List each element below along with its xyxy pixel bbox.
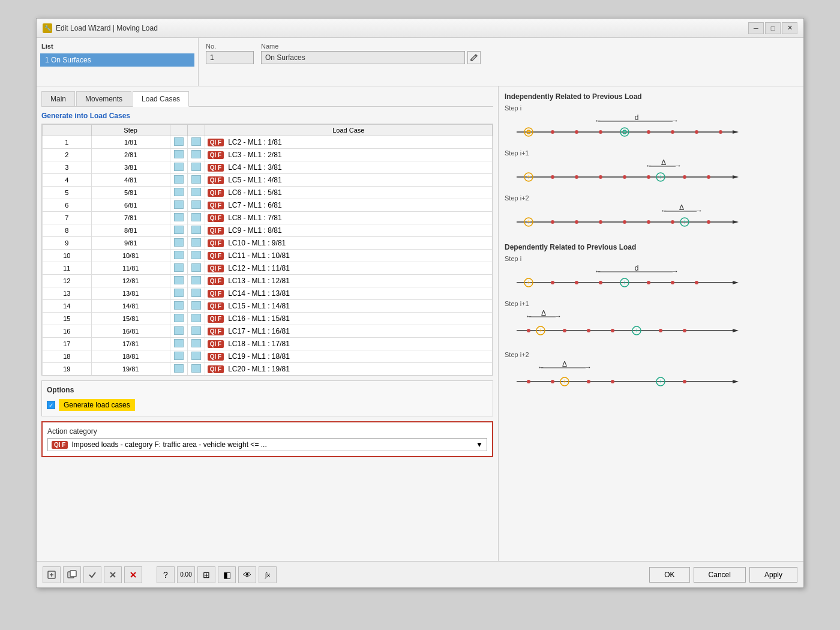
table-row: 2 2/81 QI F LC3 - ML1 : 2/81 bbox=[43, 149, 493, 161]
table-row: 14 14/81 QI F LC15 - ML1 : 14/81 bbox=[43, 300, 493, 313]
row-color2 bbox=[187, 350, 205, 363]
check-button[interactable] bbox=[83, 566, 101, 583]
qi-badge: QI F bbox=[208, 139, 224, 146]
row-num: 17 bbox=[43, 338, 92, 350]
col-color-header bbox=[170, 125, 187, 136]
row-color2 bbox=[187, 174, 205, 187]
row-lc-text: LC19 - ML1 : 18/81 bbox=[228, 352, 290, 361]
svg-text:←: ← bbox=[526, 312, 533, 320]
grid-button[interactable]: ⊞ bbox=[197, 566, 215, 583]
row-color2 bbox=[187, 250, 205, 262]
indep-step-i1-label: Step i+1 bbox=[505, 149, 797, 157]
row-lc-text: LC18 - ML1 : 17/81 bbox=[228, 340, 290, 348]
row-color1 bbox=[170, 187, 187, 199]
no-label: No. bbox=[206, 43, 254, 50]
svg-text:←: ← bbox=[661, 206, 668, 215]
row-lc-text: LC3 - ML1 : 2/81 bbox=[228, 151, 281, 159]
load-cases-table-container[interactable]: Step Load Case 1 1/81 QI F LC2 - ML1 : 1… bbox=[41, 124, 493, 376]
maximize-button[interactable]: □ bbox=[765, 22, 781, 34]
no-field-group: No. bbox=[206, 43, 254, 64]
row-color2 bbox=[187, 199, 205, 212]
delete-button[interactable] bbox=[124, 566, 142, 583]
minimize-button[interactable]: ─ bbox=[748, 22, 764, 34]
row-lc: QI F LC5 - ML1 : 4/81 bbox=[205, 174, 492, 187]
table-row: 5 5/81 QI F LC6 - ML1 : 5/81 bbox=[43, 187, 493, 199]
edit-name-button[interactable] bbox=[467, 51, 481, 64]
svg-text:+: + bbox=[623, 128, 627, 136]
row-color2 bbox=[187, 376, 205, 376]
uncheck-button[interactable] bbox=[104, 566, 122, 583]
svg-point-34 bbox=[683, 175, 686, 179]
dialog-buttons: OK Cancel Apply bbox=[649, 567, 797, 583]
svg-text:d: d bbox=[635, 265, 639, 272]
apply-button[interactable]: Apply bbox=[749, 567, 797, 583]
row-step: 7/81 bbox=[91, 212, 170, 224]
row-lc: QI F LC6 - ML1 : 5/81 bbox=[205, 187, 492, 199]
col-color2-header bbox=[187, 125, 205, 136]
close-button[interactable]: ✕ bbox=[782, 22, 797, 34]
formula-button[interactable]: ∫x bbox=[259, 566, 277, 583]
table-row: 13 13/81 QI F LC14 - ML1 : 13/81 bbox=[43, 287, 493, 300]
row-color2 bbox=[187, 275, 205, 287]
table-row: 17 17/81 QI F LC18 - ML1 : 17/81 bbox=[43, 338, 493, 350]
help-button[interactable]: ? bbox=[157, 566, 175, 583]
generate-checkbox[interactable] bbox=[47, 401, 55, 409]
qi-badge: QI F bbox=[208, 176, 224, 184]
tab-main[interactable]: Main bbox=[41, 91, 75, 106]
app-icon: 🔧 bbox=[43, 23, 52, 33]
action-category-dropdown[interactable]: QI F Imposed loads - category F: traffic… bbox=[47, 438, 487, 451]
qi-badge: QI F bbox=[208, 277, 224, 285]
svg-point-95 bbox=[587, 380, 590, 383]
row-color2 bbox=[187, 161, 205, 174]
svg-point-8 bbox=[575, 130, 578, 134]
row-color1 bbox=[170, 287, 187, 300]
row-step: 19/81 bbox=[91, 363, 170, 376]
main-area: Main Movements Load Cases Generate into … bbox=[37, 86, 803, 561]
row-step: 12/81 bbox=[91, 275, 170, 287]
col-lc-header: Load Case bbox=[205, 125, 492, 136]
eye-button[interactable]: 👁 bbox=[238, 566, 256, 583]
svg-text:+: + bbox=[527, 218, 531, 226]
duplicate-button[interactable] bbox=[63, 566, 81, 583]
svg-text:+: + bbox=[635, 326, 639, 335]
ok-button[interactable]: OK bbox=[649, 567, 689, 583]
qi-badge: QI F bbox=[208, 328, 224, 335]
svg-point-75 bbox=[527, 329, 530, 332]
generate-label: Generate load cases bbox=[59, 399, 135, 411]
tab-loadcases[interactable]: Load Cases bbox=[133, 91, 189, 107]
render-button[interactable]: ◧ bbox=[218, 566, 236, 583]
form-row-top: No. Name bbox=[206, 43, 796, 64]
row-color1 bbox=[170, 161, 187, 174]
row-num: 20 bbox=[43, 376, 92, 376]
name-field-group: Name bbox=[261, 43, 481, 64]
svg-marker-41 bbox=[733, 220, 739, 224]
cancel-button[interactable]: Cancel bbox=[694, 567, 746, 583]
row-color2 bbox=[187, 325, 205, 338]
row-lc-text: LC15 - ML1 : 14/81 bbox=[228, 302, 290, 310]
main-window: 🔧 Edit Load Wizard | Moving Load ─ □ ✕ L… bbox=[36, 18, 804, 588]
svg-rect-104 bbox=[70, 571, 76, 577]
qi-badge: QI F bbox=[208, 302, 224, 310]
svg-point-84 bbox=[683, 329, 686, 332]
qi-badge: QI F bbox=[208, 151, 224, 159]
table-row: 7 7/81 QI F LC8 - ML1 : 7/81 bbox=[43, 212, 493, 224]
coordinates-button[interactable]: 0.00 bbox=[177, 566, 195, 583]
table-row: 19 19/81 QI F LC20 - ML1 : 19/81 bbox=[43, 363, 493, 376]
left-section: Main Movements Load Cases Generate into … bbox=[37, 86, 499, 561]
tab-movements[interactable]: Movements bbox=[76, 91, 131, 106]
list-item-1[interactable]: 1 On Surfaces bbox=[40, 53, 194, 67]
svg-text:Δ: Δ bbox=[562, 361, 567, 368]
svg-text:←: ← bbox=[646, 161, 653, 170]
svg-point-44 bbox=[551, 220, 554, 224]
name-input[interactable] bbox=[261, 51, 465, 64]
row-num: 19 bbox=[43, 363, 92, 376]
svg-text:Δ: Δ bbox=[679, 204, 684, 212]
table-row: 1 1/81 QI F LC2 - ML1 : 1/81 bbox=[43, 136, 493, 149]
add-button[interactable] bbox=[43, 566, 61, 583]
row-lc-text: LC16 - ML1 : 15/81 bbox=[228, 314, 290, 323]
no-input[interactable] bbox=[206, 51, 254, 64]
svg-point-28 bbox=[575, 175, 578, 179]
svg-text:→: → bbox=[671, 267, 679, 275]
row-lc-text: LC7 - ML1 : 6/81 bbox=[228, 201, 281, 209]
table-row: 18 18/81 QI F LC19 - ML1 : 18/81 bbox=[43, 350, 493, 363]
